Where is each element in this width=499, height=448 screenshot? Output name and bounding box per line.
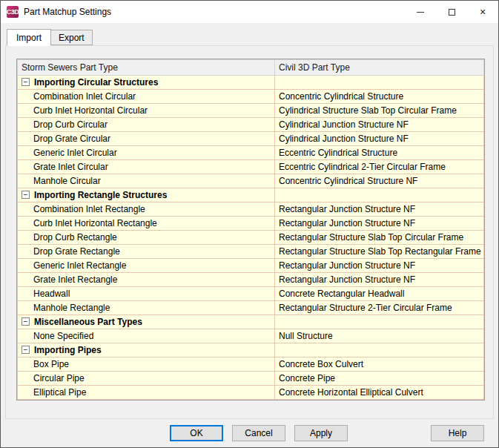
storm-part-cell[interactable]: Drop Curb Rectangle (18, 231, 275, 245)
part-matchup-settings-dialog: C3D Part Matchup Settings × Import Expor… (0, 0, 499, 448)
tab-import[interactable]: Import (7, 29, 51, 46)
storm-part-cell[interactable]: Manhole Rectangle (18, 301, 275, 315)
storm-part-cell[interactable]: None Specified (18, 329, 275, 343)
window-title: Part Matchup Settings (24, 7, 111, 17)
ok-button[interactable]: OK (170, 425, 223, 441)
storm-part-cell[interactable]: Manhole Circular (18, 174, 275, 188)
civil-part-cell[interactable]: Concentric Cylindrical Structure (275, 90, 484, 104)
civil-part-cell[interactable]: Cylindrical Structure Slab Top Circular … (275, 104, 484, 118)
storm-part-cell[interactable]: Curb Inlet Horizontal Rectangle (18, 217, 275, 231)
civil-part-cell[interactable]: Null Structure (275, 329, 484, 343)
collapse-group-icon[interactable]: − (22, 346, 30, 354)
column-header-storm-sewers: Storm Sewers Part Type (18, 60, 275, 76)
storm-part-cell[interactable]: Elliptical Pipe (18, 386, 275, 400)
group-label: Miscellaneous Part Types (34, 317, 142, 327)
storm-part-cell[interactable]: Box Pipe (18, 358, 275, 372)
part-row: Box PipeConcrete Box Culvert (18, 358, 484, 372)
column-header-civil3d: Civil 3D Part Type (275, 60, 484, 76)
part-row: Drop Grate CircularCylindrical Junction … (18, 132, 484, 146)
import-tab-page: Storm Sewers Part Type Civil 3D Part Typ… (5, 45, 494, 419)
part-row: Curb Inlet Horizontal CircularCylindrica… (18, 104, 484, 118)
group-row: −Importing Circular Structures (18, 76, 484, 90)
title-bar: C3D Part Matchup Settings × (1, 1, 498, 23)
storm-part-cell[interactable]: Headwall (18, 287, 275, 301)
window-controls: × (405, 1, 498, 23)
group-header-cell: −Importing Pipes (18, 343, 275, 358)
group-label: Importing Pipes (34, 345, 102, 355)
close-button[interactable]: × (467, 1, 498, 23)
group-header-empty-cell (275, 343, 484, 358)
tab-export[interactable]: Export (50, 30, 93, 45)
civil-part-cell[interactable]: Rectangular Structure Slab Top Rectangul… (275, 245, 484, 259)
group-header-cell: −Importing Rectangle Structures (18, 188, 275, 202)
group-label: Importing Rectangle Structures (34, 190, 167, 200)
part-row: Elliptical PipeConcrete Horizontal Ellip… (18, 386, 484, 400)
part-row: Drop Curb RectangleRectangular Structure… (18, 231, 484, 245)
close-icon: × (480, 7, 486, 17)
group-label: Importing Circular Structures (34, 77, 158, 88)
storm-part-cell[interactable]: Grate Inlet Rectangle (18, 273, 275, 287)
civil-part-cell[interactable]: Concrete Horizontal Elliptical Culvert (275, 386, 484, 400)
storm-part-cell[interactable]: Drop Grate Rectangle (18, 245, 275, 259)
civil-part-cell[interactable]: Eccentric Cylindrical Structure (275, 146, 484, 160)
collapse-group-icon[interactable]: − (22, 317, 30, 326)
collapse-group-icon[interactable]: − (22, 78, 30, 86)
civil3d-app-icon: C3D (7, 6, 19, 18)
tab-strip: Import Export (1, 23, 498, 45)
part-row: Manhole CircularConcentric Cylindrical S… (18, 174, 484, 188)
collapse-group-icon[interactable]: − (22, 191, 30, 199)
part-row: Circular PipeConcrete Pipe (18, 372, 484, 386)
storm-part-cell[interactable]: Circular Pipe (18, 372, 275, 386)
maximize-button[interactable] (436, 1, 467, 23)
civil-part-cell[interactable]: Rectangular Structure 2-Tier Circular Fr… (275, 301, 484, 315)
maximize-icon (449, 9, 455, 16)
part-row: Grate Inlet RectangleRectangular Junctio… (18, 273, 484, 287)
civil-part-cell[interactable]: Concentric Cylindrical Structure NF (275, 174, 484, 188)
part-row: None SpecifiedNull Structure (18, 329, 484, 343)
civil-part-cell[interactable]: Rectangular Junction Structure NF (275, 202, 484, 217)
part-row: Drop Curb CircularCylindrical Junction S… (18, 118, 484, 132)
storm-part-cell[interactable]: Combination Inlet Rectangle (18, 202, 275, 217)
grid-header-row: Storm Sewers Part Type Civil 3D Part Typ… (18, 60, 484, 76)
help-button[interactable]: Help (431, 425, 484, 441)
storm-part-cell[interactable]: Drop Curb Circular (18, 118, 275, 132)
civil-part-cell[interactable]: Concrete Box Culvert (275, 358, 484, 372)
group-header-empty-cell (275, 188, 484, 202)
group-header-empty-cell (275, 315, 484, 329)
dialog-button-row: OK Cancel Apply Help (1, 425, 498, 441)
storm-part-cell[interactable]: Generic Inlet Rectangle (18, 259, 275, 273)
civil-part-cell[interactable]: Eccentric Cylindrical 2-Tier Circular Fr… (275, 160, 484, 174)
storm-part-cell[interactable]: Drop Grate Circular (18, 132, 275, 146)
group-row: −Importing Pipes (18, 343, 484, 358)
group-header-cell: −Importing Circular Structures (18, 76, 275, 90)
part-row: Manhole RectangleRectangular Structure 2… (18, 301, 484, 315)
storm-part-cell[interactable]: Grate Inlet Circular (18, 160, 275, 174)
group-row: −Importing Rectangle Structures (18, 188, 484, 202)
cancel-button[interactable]: Cancel (232, 425, 285, 441)
part-matchup-grid: Storm Sewers Part Type Civil 3D Part Typ… (16, 59, 485, 401)
civil-part-cell[interactable]: Rectangular Structure Slab Top Circular … (275, 231, 484, 245)
part-row: HeadwallConcrete Rectangular Headwall (18, 287, 484, 301)
civil-part-cell[interactable]: Cylindrical Junction Structure NF (275, 118, 484, 132)
storm-part-cell[interactable]: Generic Inlet Circular (18, 146, 275, 160)
part-row: Combination Inlet RectangleRectangular J… (18, 202, 484, 217)
civil-part-cell[interactable]: Cylindrical Junction Structure NF (275, 132, 484, 146)
storm-part-cell[interactable]: Combination Inlet Circular (18, 90, 275, 104)
group-header-cell: −Miscellaneous Part Types (18, 315, 275, 329)
civil-part-cell[interactable]: Concrete Pipe (275, 372, 484, 386)
minimize-button[interactable] (405, 1, 436, 23)
apply-button[interactable]: Apply (294, 425, 348, 441)
civil-part-cell[interactable]: Concrete Rectangular Headwall (275, 287, 484, 301)
civil-part-cell[interactable]: Rectangular Junction Structure NF (275, 259, 484, 273)
group-row: −Miscellaneous Part Types (18, 315, 484, 329)
part-row: Grate Inlet CircularEccentric Cylindrica… (18, 160, 484, 174)
part-row: Generic Inlet RectangleRectangular Junct… (18, 259, 484, 273)
storm-part-cell[interactable]: Curb Inlet Horizontal Circular (18, 104, 275, 118)
civil-part-cell[interactable]: Rectangular Junction Structure NF (275, 217, 484, 231)
tab-import-label: Import (16, 33, 42, 43)
part-row: Generic Inlet CircularEccentric Cylindri… (18, 146, 484, 160)
minimize-icon (417, 12, 424, 13)
tab-export-label: Export (59, 33, 85, 43)
civil-part-cell[interactable]: Rectangular Junction Structure NF (275, 273, 484, 287)
group-header-empty-cell (275, 76, 484, 90)
